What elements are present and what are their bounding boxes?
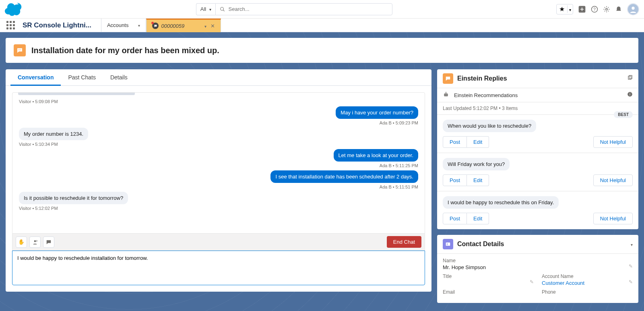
post-button[interactable]: Post [443, 213, 467, 224]
svg-text:i: i [630, 93, 630, 96]
tab-past-chats[interactable]: Past Chats [61, 69, 103, 85]
copy-icon[interactable] [627, 75, 633, 82]
tab-details[interactable]: Details [103, 69, 135, 85]
nav-bar: SR Console Lightni... Accounts 00000059 … [0, 19, 644, 32]
card-title: Contact Details [457, 241, 504, 248]
field-phone: Phone [542, 289, 633, 296]
chat-message: I see that installation date has been sc… [19, 170, 418, 189]
last-updated-text: Last Updated 5:12:02 PM • 3 Items [437, 102, 638, 115]
edit-button[interactable]: Edit [467, 174, 489, 186]
field-value-link[interactable]: Customer Account [542, 280, 633, 286]
einstein-subtitle: Einstein Recommendations [454, 92, 518, 98]
edit-icon[interactable]: ✎ [530, 279, 534, 285]
app-launcher-icon[interactable] [5, 20, 16, 31]
end-chat-button[interactable]: End Chat [387, 236, 421, 248]
post-button[interactable]: Post [443, 136, 467, 148]
chat-transcript: Visitor • 5:09:08 PM May i have your ord… [12, 92, 425, 234]
add-icon[interactable] [578, 5, 586, 13]
app-name: SR Console Lightni... [23, 21, 91, 29]
chat-message: Let me take a look at your order. Ada B … [19, 149, 418, 168]
tab-conversation[interactable]: Conversation [10, 69, 61, 85]
field-account: Account Name Customer Account ✎ [542, 274, 633, 286]
record-highlights: Installation date for my order has been … [6, 38, 638, 63]
setup-gear-icon[interactable] [603, 6, 610, 13]
user-avatar[interactable] [627, 3, 639, 15]
chevron-down-icon [568, 6, 573, 13]
edit-icon[interactable]: ✎ [629, 263, 633, 269]
message-meta: Ada B • 5:09:23 PM [19, 120, 418, 125]
not-helpful-button[interactable]: Not Helpful [593, 213, 633, 224]
svg-line-1 [223, 10, 225, 11]
einstein-reply: BEST When would you like to reschedule? … [437, 115, 638, 153]
chat-toolbar: ✋ End Chat [12, 234, 425, 251]
message-meta: Visitor • 5:09:08 PM [19, 99, 418, 104]
edit-button[interactable]: Edit [467, 136, 489, 148]
svg-point-17 [446, 92, 446, 93]
not-helpful-button[interactable]: Not Helpful [593, 174, 633, 186]
message-text: Let me take a look at your order. [334, 149, 418, 162]
field-label: Email [443, 289, 534, 295]
global-search[interactable] [215, 3, 392, 15]
svg-point-10 [34, 240, 36, 242]
compose-input[interactable] [12, 251, 425, 283]
message-text: May i have your order number? [336, 106, 418, 119]
help-icon[interactable]: ? [591, 6, 598, 13]
robot-icon [443, 91, 450, 99]
page-title: Installation date for my order has been … [31, 46, 219, 55]
svg-point-8 [19, 50, 20, 50]
compose-area [12, 251, 425, 285]
chat-message: Visitor • 5:09:08 PM [19, 99, 418, 104]
raise-flag-button[interactable]: ✋ [16, 236, 27, 248]
message-text: Is it possible to reschedule it for tomo… [19, 192, 128, 204]
message-meta: Visitor • 5:12:02 PM [19, 206, 418, 211]
message-meta: Ada B • 5:11:25 PM [19, 163, 418, 168]
einstein-replies-card: Einstein Replies Einstein Recommendation… [437, 69, 638, 229]
not-helpful-button[interactable]: Not Helpful [593, 136, 633, 148]
scroll-marker [18, 93, 135, 95]
search-icon [220, 6, 225, 12]
chevron-down-icon[interactable] [204, 23, 206, 29]
main-panel: Conversation Past Chats Details Visitor … [6, 69, 431, 292]
svg-point-21 [447, 243, 448, 244]
field-name: Name Mr. Hope Simpson ✎ [443, 258, 633, 270]
global-header: All ★ ? [0, 0, 644, 19]
chevron-down-icon[interactable] [631, 241, 633, 248]
svg-rect-13 [444, 93, 448, 96]
tab-label: Accounts [107, 22, 128, 28]
svg-point-0 [221, 7, 224, 10]
message-meta: Ada B • 5:11:51 PM [19, 185, 418, 189]
svg-text:?: ? [593, 6, 596, 11]
message-meta: Visitor • 5:10:34 PM [19, 142, 418, 147]
notifications-bell-icon[interactable] [615, 6, 622, 13]
field-label: Name [443, 258, 633, 263]
chat-icon [152, 23, 159, 29]
transfer-button[interactable] [29, 236, 41, 248]
svg-point-7 [18, 50, 19, 50]
field-label: Account Name [542, 274, 633, 279]
chevron-down-icon [209, 6, 211, 12]
panel-tabset: Conversation Past Chats Details [6, 69, 431, 86]
einstein-reply: I would be happy to reschedule this on F… [437, 191, 638, 229]
field-email: Email [443, 289, 534, 296]
tab-chat-session[interactable]: 00000059 ✕ [146, 19, 221, 32]
salesforce-logo [5, 2, 24, 16]
reply-text: Will Friday work for you? [443, 158, 510, 170]
field-label: Phone [542, 289, 633, 295]
message-text: I see that installation date has been sc… [270, 170, 418, 183]
close-icon[interactable]: ✕ [211, 23, 215, 29]
chat-message: My order number is 1234. Visitor • 5:10:… [19, 128, 418, 147]
post-button[interactable]: Post [443, 174, 467, 186]
search-input[interactable] [229, 6, 388, 12]
search-scope-label: All [200, 6, 206, 12]
edit-button[interactable]: Edit [467, 213, 489, 224]
edit-icon[interactable]: ✎ [629, 279, 633, 285]
chevron-down-icon [138, 22, 140, 28]
reply-text: I would be happy to reschedule this on F… [443, 196, 559, 209]
svg-point-6 [632, 6, 634, 9]
info-icon[interactable]: i [627, 91, 633, 99]
tab-accounts[interactable]: Accounts [101, 19, 146, 32]
favorites-button[interactable]: ★ [556, 4, 573, 15]
quick-text-button[interactable] [43, 236, 54, 248]
search-scope-dropdown[interactable]: All [196, 3, 215, 15]
chat-message: May i have your order number? Ada B • 5:… [19, 106, 418, 125]
